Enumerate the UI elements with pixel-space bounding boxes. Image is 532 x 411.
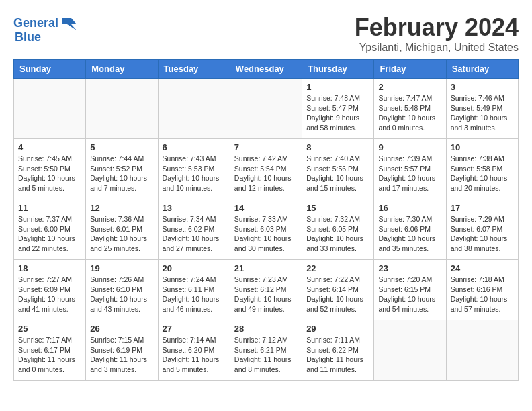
day-info: Sunrise: 7:27 AM Sunset: 6:09 PM Dayligh… bbox=[18, 275, 81, 314]
day-info: Sunrise: 7:47 AM Sunset: 5:48 PM Dayligh… bbox=[378, 93, 441, 133]
calendar-cell: 16Sunrise: 7:30 AM Sunset: 6:06 PM Dayli… bbox=[374, 199, 446, 260]
day-info: Sunrise: 7:38 AM Sunset: 5:58 PM Dayligh… bbox=[451, 154, 514, 193]
day-info: Sunrise: 7:42 AM Sunset: 5:54 PM Dayligh… bbox=[234, 154, 298, 193]
weekday-header: Saturday bbox=[446, 60, 518, 79]
calendar-cell bbox=[374, 320, 446, 381]
day-number: 25 bbox=[18, 324, 81, 334]
weekday-header: Friday bbox=[374, 60, 446, 79]
day-info: Sunrise: 7:37 AM Sunset: 6:00 PM Dayligh… bbox=[18, 214, 81, 254]
calendar-cell: 25Sunrise: 7:17 AM Sunset: 6:17 PM Dayli… bbox=[14, 320, 86, 381]
weekday-header: Tuesday bbox=[158, 60, 230, 79]
logo-general: General bbox=[13, 16, 58, 30]
day-info: Sunrise: 7:18 AM Sunset: 6:16 PM Dayligh… bbox=[451, 275, 514, 314]
calendar-cell: 12Sunrise: 7:36 AM Sunset: 6:01 PM Dayli… bbox=[86, 199, 158, 260]
calendar-cell: 9Sunrise: 7:39 AM Sunset: 5:57 PM Daylig… bbox=[374, 139, 446, 199]
weekday-header: Thursday bbox=[302, 60, 374, 79]
day-number: 10 bbox=[451, 142, 514, 152]
calendar-cell: 4Sunrise: 7:45 AM Sunset: 5:50 PM Daylig… bbox=[14, 139, 86, 199]
day-number: 13 bbox=[163, 203, 226, 213]
calendar-cell: 11Sunrise: 7:37 AM Sunset: 6:00 PM Dayli… bbox=[14, 199, 86, 260]
day-number: 14 bbox=[234, 203, 298, 213]
day-number: 15 bbox=[306, 203, 369, 213]
day-info: Sunrise: 7:17 AM Sunset: 6:17 PM Dayligh… bbox=[18, 335, 81, 375]
day-info: Sunrise: 7:20 AM Sunset: 6:15 PM Dayligh… bbox=[378, 275, 441, 314]
day-info: Sunrise: 7:36 AM Sunset: 6:01 PM Dayligh… bbox=[90, 214, 153, 254]
day-info: Sunrise: 7:33 AM Sunset: 6:03 PM Dayligh… bbox=[234, 214, 298, 254]
day-info: Sunrise: 7:45 AM Sunset: 5:50 PM Dayligh… bbox=[18, 154, 81, 193]
calendar-cell bbox=[86, 79, 158, 139]
day-number: 24 bbox=[451, 263, 514, 273]
day-info: Sunrise: 7:15 AM Sunset: 6:19 PM Dayligh… bbox=[90, 335, 153, 375]
day-number: 7 bbox=[234, 142, 298, 152]
calendar-cell: 17Sunrise: 7:29 AM Sunset: 6:07 PM Dayli… bbox=[446, 199, 518, 260]
calendar-cell bbox=[158, 79, 230, 139]
calendar-cell: 1Sunrise: 7:48 AM Sunset: 5:47 PM Daylig… bbox=[302, 79, 374, 139]
day-number: 8 bbox=[306, 142, 369, 152]
calendar-cell: 10Sunrise: 7:38 AM Sunset: 5:58 PM Dayli… bbox=[446, 139, 518, 199]
calendar-cell: 14Sunrise: 7:33 AM Sunset: 6:03 PM Dayli… bbox=[230, 199, 302, 260]
day-info: Sunrise: 7:32 AM Sunset: 6:05 PM Dayligh… bbox=[306, 214, 369, 254]
calendar-cell: 28Sunrise: 7:12 AM Sunset: 6:21 PM Dayli… bbox=[230, 320, 302, 381]
calendar-cell: 6Sunrise: 7:43 AM Sunset: 5:53 PM Daylig… bbox=[158, 139, 230, 199]
day-number: 2 bbox=[378, 82, 441, 92]
day-number: 20 bbox=[163, 263, 226, 273]
calendar-cell: 13Sunrise: 7:34 AM Sunset: 6:02 PM Dayli… bbox=[158, 199, 230, 260]
day-number: 12 bbox=[90, 203, 153, 213]
calendar-cell: 24Sunrise: 7:18 AM Sunset: 6:16 PM Dayli… bbox=[446, 260, 518, 320]
calendar-cell: 5Sunrise: 7:44 AM Sunset: 5:52 PM Daylig… bbox=[86, 139, 158, 199]
calendar-cell bbox=[14, 79, 86, 139]
day-number: 19 bbox=[90, 263, 153, 273]
day-info: Sunrise: 7:23 AM Sunset: 6:12 PM Dayligh… bbox=[234, 275, 298, 314]
calendar-cell: 8Sunrise: 7:40 AM Sunset: 5:56 PM Daylig… bbox=[302, 139, 374, 199]
day-info: Sunrise: 7:44 AM Sunset: 5:52 PM Dayligh… bbox=[90, 154, 153, 193]
day-number: 28 bbox=[234, 324, 298, 334]
day-number: 3 bbox=[451, 82, 514, 92]
calendar-cell: 21Sunrise: 7:23 AM Sunset: 6:12 PM Dayli… bbox=[230, 260, 302, 320]
day-number: 1 bbox=[306, 82, 369, 92]
calendar-title: February 2024 bbox=[13, 13, 519, 42]
day-number: 22 bbox=[306, 263, 369, 273]
day-number: 27 bbox=[163, 324, 226, 334]
calendar-cell: 27Sunrise: 7:14 AM Sunset: 6:20 PM Dayli… bbox=[158, 320, 230, 381]
day-info: Sunrise: 7:43 AM Sunset: 5:53 PM Dayligh… bbox=[163, 154, 226, 193]
day-number: 26 bbox=[90, 324, 153, 334]
logo: General Blue bbox=[13, 16, 77, 44]
day-number: 18 bbox=[18, 263, 81, 273]
day-info: Sunrise: 7:39 AM Sunset: 5:57 PM Dayligh… bbox=[378, 154, 441, 193]
calendar-cell bbox=[230, 79, 302, 139]
logo-blue: Blue bbox=[15, 30, 41, 44]
day-info: Sunrise: 7:24 AM Sunset: 6:11 PM Dayligh… bbox=[163, 275, 226, 314]
day-info: Sunrise: 7:14 AM Sunset: 6:20 PM Dayligh… bbox=[163, 335, 226, 375]
day-number: 5 bbox=[90, 142, 153, 152]
calendar-table: SundayMondayTuesdayWednesdayThursdayFrid… bbox=[13, 59, 519, 381]
calendar-cell: 7Sunrise: 7:42 AM Sunset: 5:54 PM Daylig… bbox=[230, 139, 302, 199]
day-info: Sunrise: 7:30 AM Sunset: 6:06 PM Dayligh… bbox=[378, 214, 441, 254]
calendar-cell: 15Sunrise: 7:32 AM Sunset: 6:05 PM Dayli… bbox=[302, 199, 374, 260]
day-number: 17 bbox=[451, 203, 514, 213]
calendar-cell: 22Sunrise: 7:22 AM Sunset: 6:14 PM Dayli… bbox=[302, 260, 374, 320]
day-number: 6 bbox=[163, 142, 226, 152]
weekday-header: Monday bbox=[86, 60, 158, 79]
calendar-cell: 19Sunrise: 7:26 AM Sunset: 6:10 PM Dayli… bbox=[86, 260, 158, 320]
day-info: Sunrise: 7:22 AM Sunset: 6:14 PM Dayligh… bbox=[306, 275, 369, 314]
calendar-cell: 18Sunrise: 7:27 AM Sunset: 6:09 PM Dayli… bbox=[14, 260, 86, 320]
day-number: 23 bbox=[378, 263, 441, 273]
logo-icon bbox=[62, 18, 77, 30]
day-number: 4 bbox=[18, 142, 81, 152]
calendar-cell: 29Sunrise: 7:11 AM Sunset: 6:22 PM Dayli… bbox=[302, 320, 374, 381]
day-number: 29 bbox=[306, 324, 369, 334]
day-info: Sunrise: 7:12 AM Sunset: 6:21 PM Dayligh… bbox=[234, 335, 298, 375]
calendar-subtitle: Ypsilanti, Michigan, United States bbox=[13, 42, 519, 54]
day-info: Sunrise: 7:40 AM Sunset: 5:56 PM Dayligh… bbox=[306, 154, 369, 193]
weekday-header: Wednesday bbox=[230, 60, 302, 79]
calendar-cell: 23Sunrise: 7:20 AM Sunset: 6:15 PM Dayli… bbox=[374, 260, 446, 320]
svg-marker-0 bbox=[62, 18, 77, 30]
day-number: 9 bbox=[378, 142, 441, 152]
day-info: Sunrise: 7:48 AM Sunset: 5:47 PM Dayligh… bbox=[306, 93, 369, 133]
day-number: 21 bbox=[234, 263, 298, 273]
day-number: 11 bbox=[18, 203, 81, 213]
calendar-cell bbox=[446, 320, 518, 381]
day-info: Sunrise: 7:46 AM Sunset: 5:49 PM Dayligh… bbox=[451, 93, 514, 133]
day-info: Sunrise: 7:11 AM Sunset: 6:22 PM Dayligh… bbox=[306, 335, 369, 375]
day-info: Sunrise: 7:26 AM Sunset: 6:10 PM Dayligh… bbox=[90, 275, 153, 314]
